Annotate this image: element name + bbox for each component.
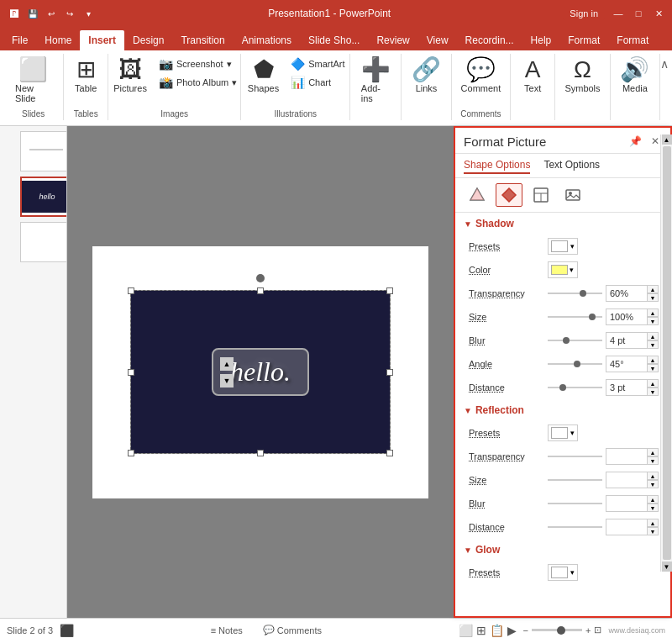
refl-blur-label[interactable]: Blur xyxy=(469,498,544,509)
glow-presets-box[interactable]: ▾ xyxy=(548,564,578,581)
reflection-presets-label[interactable]: Presets xyxy=(469,428,544,438)
refl-distance-spin-down[interactable]: ▼ xyxy=(647,527,659,535)
effects-tab[interactable] xyxy=(496,183,522,207)
handle-ml[interactable] xyxy=(128,369,134,376)
picture-tab[interactable] xyxy=(559,183,586,207)
zoom-slider[interactable] xyxy=(532,629,582,631)
handle-mr[interactable] xyxy=(386,369,393,376)
blur-spin-up[interactable]: ▲ xyxy=(647,332,659,340)
reflection-presets-box[interactable]: ▾ xyxy=(548,424,578,441)
blur-spin-down[interactable]: ▼ xyxy=(647,340,659,349)
tab-animations[interactable]: Animations xyxy=(234,30,300,50)
glow-presets-label[interactable]: Presets xyxy=(469,567,544,577)
size-spin-up[interactable]: ▲ xyxy=(647,308,659,317)
handle-bm[interactable] xyxy=(257,450,264,456)
refl-blur-spin-up[interactable]: ▲ xyxy=(647,495,659,504)
glow-section-header[interactable]: ▼ Glow xyxy=(455,539,672,561)
save-quick-btn[interactable]: 💾 xyxy=(25,6,40,21)
slide-view-icon[interactable]: ⬛ xyxy=(60,624,74,637)
smartart-button[interactable]: 🔷 SmartArt xyxy=(287,55,348,72)
shadow-color-box[interactable]: ▾ xyxy=(548,261,578,278)
slideshow-btn[interactable]: ▶ xyxy=(507,624,517,637)
slide-2-thumb[interactable]: hello xyxy=(20,177,67,217)
rotate-handle[interactable] xyxy=(256,274,265,282)
scroll-up-btn[interactable]: ▲ xyxy=(220,357,234,371)
shapes-button[interactable]: ⬟ Shapes xyxy=(243,55,284,96)
refl-distance-slider[interactable] xyxy=(548,522,602,532)
handle-bl[interactable] xyxy=(128,450,134,456)
text-button[interactable]: A Text xyxy=(516,55,549,96)
comment-button[interactable]: 💬 Comment xyxy=(456,55,507,96)
tab-insert[interactable]: Insert xyxy=(80,30,124,50)
symbols-button[interactable]: Ω Symbols xyxy=(559,55,605,96)
addins-button[interactable]: ➕ Add-ins xyxy=(356,55,396,106)
shadow-transparency-label[interactable]: Transparency xyxy=(469,288,544,298)
tab-recording[interactable]: Recordin... xyxy=(457,30,522,50)
angle-slider[interactable] xyxy=(548,359,602,369)
blur-thumb[interactable] xyxy=(563,337,570,344)
refl-transparency-label[interactable]: Transparency xyxy=(469,451,544,461)
tab-slideshow[interactable]: Slide Sho... xyxy=(300,30,368,50)
screenshot-button[interactable]: 📷 Screenshot ▾ xyxy=(155,55,240,72)
slide-sorter-btn[interactable]: ⊞ xyxy=(476,624,486,637)
normal-view-btn[interactable]: ⬜ xyxy=(459,624,473,637)
tab-design[interactable]: Design xyxy=(124,30,172,50)
new-slide-button[interactable]: ⬜ New Slide xyxy=(10,55,56,106)
distance-spin-up[interactable]: ▲ xyxy=(647,379,659,388)
transparency-spin-down[interactable]: ▼ xyxy=(647,293,659,302)
maximize-button[interactable]: □ xyxy=(632,7,645,20)
handle-tr[interactable] xyxy=(386,287,393,294)
tab-help[interactable]: Help xyxy=(522,30,560,50)
panel-pin-btn[interactable]: 📌 xyxy=(627,133,643,150)
transparency-thumb[interactable] xyxy=(580,290,586,297)
refl-size-label[interactable]: Size xyxy=(469,475,544,485)
ribbon-collapse-btn[interactable]: ∧ xyxy=(660,57,669,71)
size-spin-down[interactable]: ▼ xyxy=(647,317,659,325)
angle-thumb[interactable] xyxy=(574,361,580,367)
distance-thumb[interactable] xyxy=(559,384,566,391)
tab-format2[interactable]: Format xyxy=(608,30,657,50)
tab-home[interactable]: Home xyxy=(36,30,80,50)
zoom-level[interactable]: ⊡ xyxy=(594,625,601,635)
refl-distance-spin-up[interactable]: ▲ xyxy=(647,519,659,527)
size-thumb[interactable] xyxy=(589,314,596,320)
redo-quick-btn[interactable]: ↪ xyxy=(62,6,77,21)
scroll-up[interactable]: ▲ xyxy=(662,134,672,145)
reading-view-btn[interactable]: 📋 xyxy=(490,624,504,637)
undo-quick-btn[interactable]: ↩ xyxy=(44,6,59,21)
chart-button[interactable]: 📊 Chart xyxy=(287,74,348,91)
slide-1-thumb[interactable] xyxy=(20,131,67,171)
shadow-presets-box[interactable]: ▾ xyxy=(548,238,578,255)
shadow-distance-label[interactable]: Distance xyxy=(469,382,544,393)
panel-scrollbar[interactable]: ▲ ▼ xyxy=(660,134,672,572)
minimize-button[interactable]: — xyxy=(612,7,625,20)
distance-spin-down[interactable]: ▼ xyxy=(647,388,659,396)
refl-blur-slider[interactable] xyxy=(548,498,602,509)
angle-spin-down[interactable]: ▼ xyxy=(647,364,659,372)
reflection-section-header[interactable]: ▼ Reflection xyxy=(455,399,672,421)
selected-image-container[interactable]: hello. xyxy=(130,290,391,454)
slide-3-thumb[interactable] xyxy=(20,222,67,262)
zoom-thumb[interactable] xyxy=(557,626,565,635)
shadow-size-label[interactable]: Size xyxy=(469,312,544,322)
tab-file[interactable]: File xyxy=(3,30,36,50)
refl-size-spin-up[interactable]: ▲ xyxy=(647,472,659,480)
handle-tl[interactable] xyxy=(128,287,134,294)
blur-slider[interactable] xyxy=(548,335,602,345)
links-button[interactable]: 🔗 Links xyxy=(407,55,446,96)
tab-transition[interactable]: Transition xyxy=(172,30,233,50)
layout-tab[interactable] xyxy=(528,183,554,207)
refl-size-spin-down[interactable]: ▼ xyxy=(647,480,659,488)
customize-quick-btn[interactable]: ▾ xyxy=(81,6,96,21)
shadow-presets-label[interactable]: Presets xyxy=(469,241,544,251)
table-button[interactable]: ⊞ Table xyxy=(69,55,102,96)
angle-spin-up[interactable]: ▲ xyxy=(647,356,659,364)
refl-blur-spin-down[interactable]: ▼ xyxy=(647,504,659,512)
tab-review[interactable]: Review xyxy=(368,30,417,50)
media-button[interactable]: 🔊 Media xyxy=(615,55,654,96)
notes-btn[interactable]: ≡ Notes xyxy=(207,624,246,637)
fill-tab[interactable] xyxy=(464,183,491,207)
refl-distance-label[interactable]: Distance xyxy=(469,522,544,532)
transparency-spin-up[interactable]: ▲ xyxy=(647,285,659,293)
pictures-button[interactable]: 🖼 Pictures xyxy=(108,55,152,96)
